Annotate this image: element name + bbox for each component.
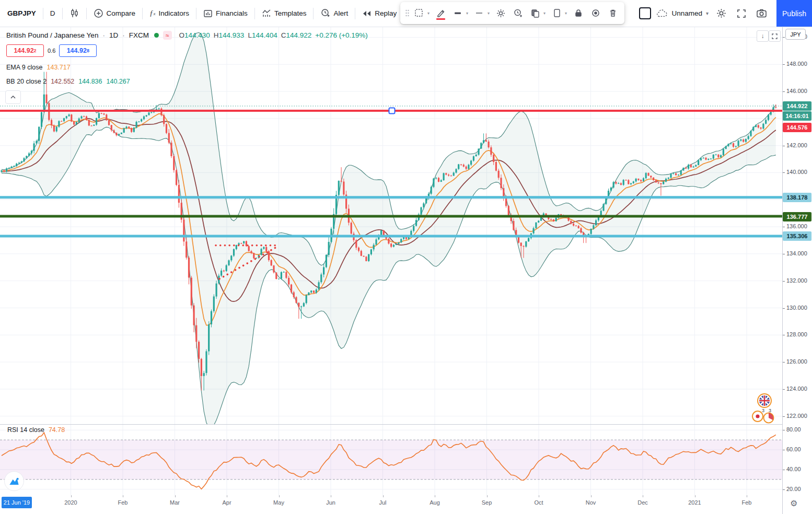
rsi-tick-label: 80.00 [786,426,801,433]
drawing-toolbar-drag-handle[interactable] [403,4,411,22]
replay-rewind-icon [362,9,372,18]
time-tick-label: Mar [159,499,191,506]
lock-drawings-button[interactable] [570,4,587,22]
sell-price-sup: 2 [34,48,37,53]
rsi-pane[interactable] [0,424,782,495]
currency-unit-button[interactable]: JPY [785,29,806,40]
time-tick-mark [747,495,747,497]
time-tick-label: Oct [523,499,554,506]
time-tick-mark [435,495,435,497]
open-label: O [179,31,185,39]
selection-tool-button[interactable] [411,4,428,22]
scroll-to-price-button[interactable]: ↓ [757,30,769,42]
pane-separator[interactable] [0,424,812,425]
fx-indicators-icon: ƒx [149,9,156,18]
time-tick-mark [591,495,591,497]
uk-flag-icon [758,394,771,407]
alert-button[interactable]: Alert [316,5,353,22]
hide-drawings-button[interactable] [587,4,604,22]
publish-button[interactable]: Publish [776,0,812,27]
chart-properties-button[interactable] [714,8,729,19]
brush-tool-button[interactable] [432,4,449,22]
time-tick-label: Aug [419,499,450,506]
indicators-button[interactable]: ƒx Indicators [145,5,194,22]
clone-layers-button[interactable] [527,4,544,22]
time-tick-mark [279,495,280,497]
time-tick-label: Jul [367,499,399,506]
maximize-pane-button[interactable] [769,30,781,42]
time-tick-label: 2021 [679,499,711,506]
drawing-anchor-date-label: 21 Jun '19 [2,497,32,508]
bb-legend-row[interactable]: BB 20 close 2 142.552 144.836 140.267 [6,78,130,85]
remove-drawings-button[interactable] [604,4,621,22]
rsi-legend-row[interactable]: RSI 14 close 74.78 [7,426,65,434]
price-axis-chip: 14:16:01 [783,111,811,121]
market-status-dot-icon[interactable] [154,33,159,38]
price-axis-chip: 144.922 [783,101,811,111]
toolbar-separator [196,8,196,19]
indicators-label: Indicators [159,9,190,17]
rsi-tick-label: 20.00 [786,486,801,492]
ohlc-values: O144.430 H144.933 L144.404 C144.922 +0.2… [179,31,368,39]
delayed-data-badge[interactable]: ≈ [163,31,172,40]
rsi-label: RSI 14 close [7,426,44,434]
price-tick-label: 130.000 [786,305,807,311]
price-axis-chip: 144.576 [783,123,811,132]
price-tick-label: 140.000 [786,169,807,175]
sell-price: 144.92 [14,47,33,54]
buy-price: 144.92 [67,47,87,54]
tradingview-app: GBPJPY D Compare ƒx Indicators Financial… [0,0,812,514]
buy-button[interactable]: 144.928 [59,44,97,57]
time-tick-label: Apr [211,499,242,506]
candlestick-style-icon [69,8,79,18]
fullscreen-button[interactable] [734,8,749,19]
ema-value: 143.717 [47,64,70,71]
time-tick-label: Dec [627,499,658,506]
drawing-settings-button[interactable] [492,4,509,22]
change-value: +0.276 (+0.19%) [315,31,368,39]
price-axis-chip: 135.306 [783,231,811,241]
layout-menu[interactable]: Unnamed ▾ [656,9,709,18]
axis-settings-gear-icon[interactable]: ⚙ [790,498,797,508]
bb-lower-value: 140.267 [107,78,130,85]
interval-button[interactable]: D [45,5,60,22]
collapse-legend-button[interactable] [5,90,21,104]
price-tick-label: 128.000 [786,331,807,337]
alert-clock-icon [320,8,330,18]
time-tick-mark [71,495,72,497]
price-tick-label: 142.000 [786,142,807,148]
financials-button[interactable]: Financials [199,5,252,22]
ema-legend-row[interactable]: EMA 9 close 143.717 [6,64,71,71]
price-axis-chip: 136.777 [783,212,811,221]
templates-button[interactable]: Templates [257,5,311,22]
templates-icon [262,9,271,18]
symbol-legend[interactable]: British Pound / Japanese Yen · 1D · FXCM… [6,31,368,40]
related-ideas-flags[interactable]: 3 3 [751,393,778,427]
sell-button[interactable]: 144.922 [6,44,44,57]
time-tick-mark [123,495,123,497]
screenshot-camera-button[interactable] [754,8,769,18]
time-tick-mark [227,495,227,497]
toolbar-separator [313,8,314,19]
time-tick-mark [487,495,488,497]
line-width-button[interactable] [449,4,467,22]
compare-button[interactable]: Compare [89,5,141,22]
low-label: L [248,31,252,39]
time-tick-mark [539,495,539,497]
time-tick-label: Sep [471,499,503,506]
symbol-button[interactable]: GBPJPY [7,5,41,22]
low-value: 144.404 [252,31,277,39]
tradingview-watermark-icon[interactable] [4,471,24,491]
sync-to-device-button[interactable] [548,4,565,22]
add-alert-on-drawing-button[interactable] [509,4,527,22]
multichart-checkbox[interactable] [639,7,651,19]
price-axis-chip: 138.178 [783,193,811,202]
time-axis[interactable]: 21 Jun '19 2020FebMarAprMayJunJulAugSepO… [0,495,782,514]
interval-label: D [50,9,55,17]
replay-button[interactable]: Replay [357,5,401,22]
time-tick-label: Feb [107,499,138,506]
price-axis[interactable]: JPY ⚙ 150.000148.000146.000142.000140.00… [783,27,812,514]
line-style-button[interactable] [471,4,488,22]
chart-style-button[interactable] [65,5,84,22]
price-pane[interactable] [0,27,782,424]
